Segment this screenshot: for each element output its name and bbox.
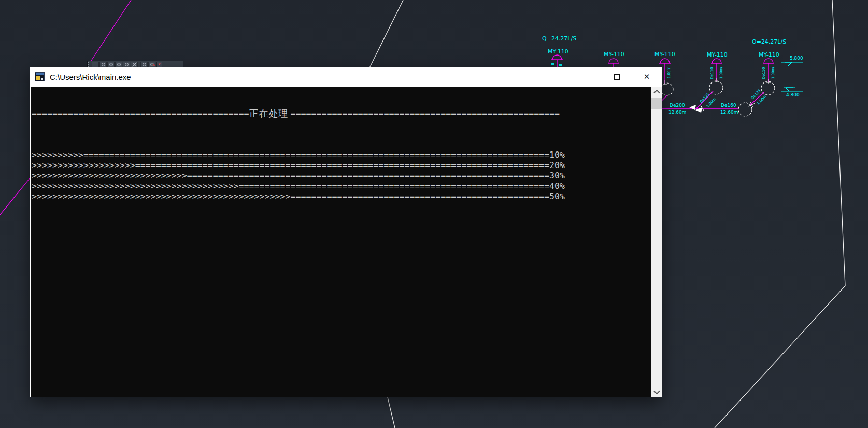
cad-workspace: { "window": { "title": "C:\\Users\\Rick\… (0, 0, 868, 428)
sprinkler-label: MY-110 (759, 51, 779, 58)
close-icon: ✕ (644, 73, 650, 81)
riser-dia-label: De110 (710, 67, 714, 79)
console-progress-line: >>>>>>>>>>>>>>>>>>>>>>>>>>>>>>==========… (32, 171, 565, 181)
pipe-dia-label: De160 (721, 103, 736, 108)
chevron-up-icon (653, 89, 660, 96)
console-progress-line: >>>>>>>>>>>>>>>>>>>>====================… (32, 160, 565, 171)
toolbar-icon-cube[interactable] (92, 62, 99, 67)
flow-rate-label: Q=24.27L/S (752, 38, 786, 45)
toolbar-icon-camera[interactable] (140, 62, 148, 67)
window-title: C:\Users\Rick\main.exe (50, 73, 131, 81)
title-bar[interactable]: C:\Users\Rick\main.exe ✕ (30, 67, 662, 87)
pipe-len-label: 12.60m (720, 109, 738, 115)
toolbar-icon-delete-view[interactable]: x (148, 62, 155, 67)
console-output: ========================================… (31, 87, 651, 397)
pipe-dia-label: De200 (670, 103, 685, 108)
riser-len-label: 1.00m (771, 67, 775, 79)
console-progress-line: >>>>>>>>>>==============================… (32, 150, 565, 160)
console-progress-line: >>>>>>>>>>>>>>>>>>>>>>>>>>>>>>>>>>>>>>>>… (32, 191, 565, 202)
sprinkler-label: MY-110 (548, 48, 568, 55)
sprinkler-label: MY-110 (707, 51, 728, 58)
minimize-icon (584, 77, 590, 77)
console-app-icon (35, 72, 45, 81)
toolbar-icon-view-sw[interactable] (99, 62, 107, 67)
riser-len-label: 1.00m (667, 67, 671, 78)
riser-dia-label: De110 (762, 67, 766, 79)
processing-label: 正在处理 (249, 108, 291, 119)
toolbar-icon-view-se[interactable] (107, 62, 115, 67)
site-boundary-bottom (388, 397, 395, 428)
maximize-icon (614, 74, 620, 80)
toolbar-icon-view-nw[interactable] (123, 62, 130, 67)
toolbar-close-button[interactable]: x (156, 62, 162, 67)
console-header-line: ========================================… (32, 108, 565, 119)
console-text: ========================================… (32, 88, 565, 202)
level-markers (781, 62, 803, 91)
minimize-button[interactable] (572, 67, 602, 87)
site-boundary-right (715, 0, 845, 428)
toolbar-icon-view-ne[interactable] (115, 62, 122, 67)
scrollbar[interactable] (651, 87, 662, 397)
riser-len-label: 1.00m (719, 67, 723, 79)
scrollbar-thumb[interactable] (651, 98, 662, 109)
scroll-down-button[interactable] (651, 386, 662, 397)
level-value: 4.800 (786, 92, 800, 98)
sprinkler-label: MY-110 (654, 51, 675, 58)
sprinkler-label: MY-110 (604, 51, 624, 58)
close-button[interactable]: ✕ (632, 67, 662, 87)
toolbar-separator (139, 62, 139, 67)
pipe-len-label: 12.60m (668, 109, 687, 115)
chevron-down-icon (653, 388, 660, 394)
level-value: 5.800 (790, 56, 803, 61)
toolbar-icon-view-off[interactable] (131, 62, 138, 67)
flow-rate-label: Q=24.27L/S (542, 35, 576, 42)
maximize-button[interactable] (602, 67, 632, 87)
console-progress-line: >>>>>>>>>>>>>>>>>>>>>>>>>>>>>>>>>>>>>>>>… (32, 181, 565, 191)
clipped-label-fragments (551, 63, 562, 66)
scroll-up-button[interactable] (651, 87, 662, 97)
toolbar-grip[interactable] (88, 62, 91, 67)
construction-line-topleft (90, 0, 131, 62)
console-window: C:\Users\Rick\main.exe ✕ ===============… (30, 67, 662, 397)
